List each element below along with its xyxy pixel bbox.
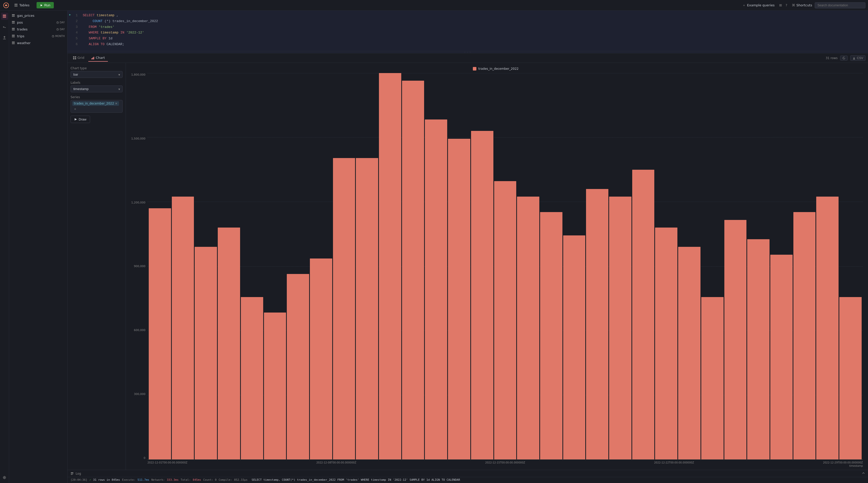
chart-bar-9: [356, 158, 378, 459]
sidebar-item-trades[interactable]: trades DAY: [9, 26, 67, 33]
svg-rect-6: [3, 16, 6, 17]
chart-bar-16: [517, 197, 539, 459]
drag-handle[interactable]: · · ·: [67, 51, 868, 53]
chart-body: 1,800,000 1,500,000 1,200,000 900,000 60…: [128, 73, 863, 467]
svg-rect-20: [12, 30, 15, 30]
svg-rect-3: [14, 6, 18, 7]
svg-rect-13: [12, 16, 15, 17]
chart-type-select[interactable]: bar line area: [70, 71, 123, 78]
table-row-icon: [12, 21, 15, 24]
series-group: Series trades_in_december_2022 ✕ ＋: [70, 95, 123, 112]
table-row-icon: [12, 41, 15, 45]
chart-bar-14: [471, 131, 493, 459]
results-panel: Grid Chart 31 rows CSV: [67, 53, 868, 470]
chart-bar-8: [333, 158, 355, 459]
log-network-val: 333.3ms: [167, 478, 179, 481]
log-total-val: 845ms: [193, 478, 201, 481]
svg-marker-4: [41, 4, 42, 6]
chart-bar-13: [448, 139, 470, 459]
line-run-btn-1[interactable]: ▶: [67, 13, 72, 17]
log-total-label: Total:: [181, 478, 191, 481]
log-time: [20:04:36]: [70, 478, 87, 481]
chart-bar-4: [241, 297, 263, 459]
chart-legend: trades_in_december_2022: [128, 67, 863, 70]
code-line-6: ▶ 6 ALIGN TO CALENDAR;: [67, 42, 868, 47]
app-logo[interactable]: [3, 2, 10, 9]
csv-download-button[interactable]: CSV: [850, 55, 865, 61]
tab-grid[interactable]: Grid: [70, 54, 87, 62]
log-compile-label: Compile:: [219, 478, 232, 481]
svg-rect-29: [73, 56, 74, 58]
svg-rect-31: [73, 58, 74, 59]
chart-bar-23: [678, 247, 701, 459]
labels-group: Labels timestamp: [70, 81, 123, 92]
sidebar-item-trips[interactable]: trips MONTH: [9, 33, 67, 39]
sidebar-icon-upload[interactable]: [1, 34, 8, 41]
refresh-icon: [842, 57, 845, 60]
chart-bar-21: [632, 170, 655, 459]
series-tag-trades: trades_in_december_2022 ✕: [72, 101, 119, 106]
sidebar-icon-table[interactable]: [1, 13, 8, 20]
sidebar-item-gas-prices[interactable]: gas_prices: [9, 12, 67, 19]
log-icon: [70, 472, 73, 475]
legend-label: trades_in_december_2022: [478, 67, 519, 70]
svg-rect-19: [12, 29, 15, 30]
series-input[interactable]: trades_in_december_2022 ✕ ＋: [70, 100, 123, 112]
code-editor[interactable]: ▶ 1 SELECT timestamp , ▶ 2 COUNT (*) tra: [67, 11, 868, 51]
chart-bar-15: [494, 181, 517, 459]
svg-rect-38: [71, 472, 73, 473]
svg-rect-22: [12, 35, 15, 35]
code-line-5: ▶ 5 SAMPLE BY 1d: [67, 36, 868, 42]
x-axis-end-label: timestamp: [148, 464, 863, 467]
example-queries-btn[interactable]: ＋ Example queries: [742, 3, 775, 8]
tables-nav[interactable]: Tables: [12, 2, 31, 8]
chart-bar-11: [402, 81, 424, 459]
grid-icon: [73, 56, 76, 59]
svg-rect-16: [12, 23, 15, 24]
log-ok-icon: ✓: [89, 478, 91, 481]
refresh-button[interactable]: [840, 56, 848, 61]
sidebar-item-weather[interactable]: weather: [9, 39, 67, 46]
search-documentation-input[interactable]: [815, 2, 865, 8]
log-collapse-btn[interactable]: [862, 472, 865, 475]
series-add-btn[interactable]: ＋: [73, 107, 77, 111]
svg-rect-23: [12, 36, 15, 36]
draw-button[interactable]: Draw: [70, 116, 90, 123]
chart-bar-18: [563, 235, 586, 459]
svg-rect-34: [92, 58, 93, 59]
labels-select[interactable]: timestamp: [70, 86, 123, 92]
chart-bar-29: [816, 197, 839, 459]
run-button[interactable]: Run: [36, 2, 54, 8]
table-icon: [14, 4, 18, 7]
svg-rect-30: [75, 56, 76, 58]
svg-rect-11: [12, 14, 15, 15]
chart-bar-30: [839, 297, 862, 459]
sidebar-icon-settings[interactable]: [1, 474, 8, 481]
chart-container: Chart type bar line area Labels: [67, 63, 868, 470]
tables-label: Tables: [19, 3, 29, 7]
labels-select-wrapper[interactable]: timestamp: [70, 86, 123, 92]
topbar-icon-group: ⊞ ?: [779, 3, 787, 7]
chart-bar-6: [287, 274, 309, 459]
chart-bar-19: [586, 189, 608, 459]
chart-bar-25: [724, 220, 747, 459]
log-rows: 31 rows in 845ms: [93, 478, 120, 481]
log-compile-val: 852.33μs: [234, 478, 247, 481]
svg-rect-40: [71, 474, 72, 475]
series-remove-btn[interactable]: ✕: [115, 102, 117, 105]
sidebar-icon-code[interactable]: [1, 23, 8, 30]
svg-rect-14: [12, 21, 15, 22]
run-icon: [40, 4, 43, 7]
sidebar-item-pos[interactable]: pos DAY: [9, 19, 67, 26]
chart-bar-12: [425, 120, 447, 459]
chart-type-select-wrapper[interactable]: bar line area: [70, 71, 123, 78]
svg-rect-39: [71, 474, 73, 474]
chart-bar-0: [149, 208, 171, 459]
table-row-icon: [12, 28, 15, 31]
chart-bars-area: [148, 73, 863, 460]
help-icon[interactable]: ?: [785, 3, 787, 7]
log-content: [20:04:36] ✓ 31 rows in 845ms Execute: 5…: [67, 477, 868, 482]
puzzle-icon[interactable]: ⊞: [779, 3, 782, 7]
tab-chart[interactable]: Chart: [88, 54, 108, 62]
shortcuts-btn[interactable]: ⌘ Shortcuts: [792, 3, 812, 7]
